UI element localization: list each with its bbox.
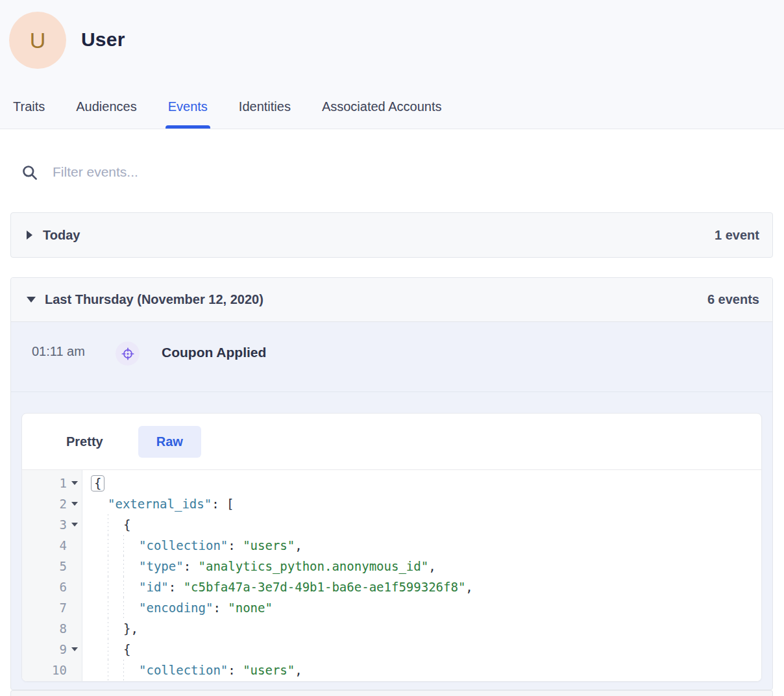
code-line-text: "type": "analytics_python.anonymous_id", [82, 556, 436, 577]
fold-arrow-icon[interactable] [71, 502, 78, 506]
crosshair-target-icon [121, 347, 135, 361]
line-gutter: 10 [22, 660, 82, 680]
event-group-last-thursday-header[interactable]: Last Thursday (November 12, 2020) 6 even… [11, 278, 772, 322]
token-punc: : [228, 663, 243, 677]
avatar: U [9, 12, 66, 69]
tab-label: Traits [13, 99, 45, 114]
profile-tabs: TraitsAudiencesEventsIdentitiesAssociate… [0, 85, 472, 129]
indent-guide [108, 639, 123, 660]
tab-traits[interactable]: Traits [13, 85, 45, 129]
token-punc: : [213, 601, 228, 615]
payload-view-mode-tabs: PrettyRaw [22, 414, 761, 470]
line-number: 6 [22, 577, 69, 597]
chevron-right-icon [27, 230, 32, 240]
line-gutter: 9 [22, 639, 82, 660]
code-line-text: }, [82, 618, 138, 639]
indent-guide [108, 660, 123, 680]
line-gutter: 7 [22, 597, 82, 618]
fold-slot [69, 660, 82, 680]
indent-guide [92, 618, 108, 639]
event-icon-badge [116, 342, 140, 366]
event-payload-viewer: PrettyRaw 1{2"external_ids": [3{4"collec… [21, 413, 762, 682]
indent-guide [108, 535, 123, 556]
code-line: 7"encoding": "none" [22, 597, 761, 618]
event-filter-row [21, 156, 761, 188]
fold-arrow-icon[interactable] [71, 481, 78, 485]
indent-guide [92, 577, 108, 597]
indent-guide [92, 639, 108, 660]
code-line: 1{ [22, 473, 761, 493]
indent-guide [92, 493, 108, 514]
tab-events[interactable]: Events [168, 85, 208, 129]
filter-events-input[interactable] [53, 164, 637, 180]
fold-arrow-icon[interactable] [71, 523, 78, 527]
tab-associated-accounts[interactable]: Associated Accounts [322, 85, 442, 129]
indent-guide [108, 618, 123, 639]
code-line: 2"external_ids": [ [22, 493, 761, 514]
code-line-text: "external_ids": [ [82, 493, 234, 514]
tab-audiences[interactable]: Audiences [76, 85, 136, 129]
active-tab-underline [165, 125, 210, 129]
indent-guide [92, 535, 108, 556]
line-number: 8 [22, 618, 69, 639]
line-number: 10 [22, 660, 69, 680]
tab-label: Events [168, 99, 208, 114]
fold-slot [69, 639, 82, 660]
indent-guide [108, 514, 123, 535]
token-key: "id" [139, 580, 169, 594]
line-gutter: 1 [22, 473, 82, 493]
code-line: 6"id": "c5bfa47a-3e7d-49b1-ba6e-ae1f5993… [22, 577, 761, 597]
token-punc: , [295, 538, 302, 553]
line-gutter: 2 [22, 493, 82, 514]
mode-tab-pretty[interactable]: Pretty [48, 426, 121, 458]
fold-slot [69, 618, 82, 639]
code-line: 3{ [22, 514, 761, 535]
line-number: 7 [22, 597, 69, 618]
event-group-today-header[interactable]: Today 1 event [11, 213, 772, 257]
json-code-editor[interactable]: 1{2"external_ids": [3{4"collection": "us… [22, 470, 761, 682]
token-punc: , [295, 663, 302, 677]
group-label: Today [43, 228, 80, 243]
token-punc: : [ [212, 497, 234, 511]
page-title: User [81, 29, 125, 51]
profile-header: U User TraitsAudiencesEventsIdentitiesAs… [0, 0, 784, 129]
token-str: "users" [243, 663, 295, 677]
fold-slot [69, 514, 82, 535]
event-row-coupon-applied[interactable]: 01:11 am Coupon Applied [11, 322, 772, 392]
indent-guide [123, 556, 139, 577]
fold-slot [69, 597, 82, 618]
group-event-count: 6 events [707, 292, 759, 307]
code-line-text: { [82, 514, 130, 535]
indent-guide [108, 577, 123, 597]
code-line-text: "collection": "users", [82, 660, 302, 680]
tab-identities[interactable]: Identities [239, 85, 291, 129]
chevron-down-icon [27, 297, 36, 303]
avatar-letter: U [30, 28, 46, 53]
indent-guide [108, 597, 123, 618]
line-gutter: 4 [22, 535, 82, 556]
next-event-group-partial [10, 690, 773, 696]
tab-label: Audiences [76, 99, 136, 114]
token-punc: { [123, 517, 130, 532]
code-line: 8}, [22, 618, 761, 639]
indent-guide [123, 577, 139, 597]
line-number: 5 [22, 556, 69, 577]
mode-tab-raw[interactable]: Raw [138, 426, 201, 458]
user-profile-page: U User TraitsAudiencesEventsIdentitiesAs… [0, 0, 784, 696]
group-event-count: 1 event [715, 228, 759, 243]
matched-brace-highlight: { [91, 475, 104, 491]
token-punc: : [169, 580, 184, 594]
fold-arrow-icon[interactable] [71, 647, 78, 651]
code-line-text: "encoding": "none" [82, 597, 273, 618]
indent-guide [92, 597, 108, 618]
code-line-text: { [82, 473, 104, 493]
line-gutter: 5 [22, 556, 82, 577]
search-icon [21, 164, 38, 181]
fold-slot [69, 556, 82, 577]
fold-slot [69, 493, 82, 514]
code-line-text: "collection": "users", [82, 535, 302, 556]
indent-guide [123, 660, 139, 680]
code-line-text: "id": "c5bfa47a-3e7d-49b1-ba6e-ae1f59932… [82, 577, 473, 597]
token-punc: { [123, 642, 130, 656]
event-group-today: Today 1 event [10, 212, 773, 258]
